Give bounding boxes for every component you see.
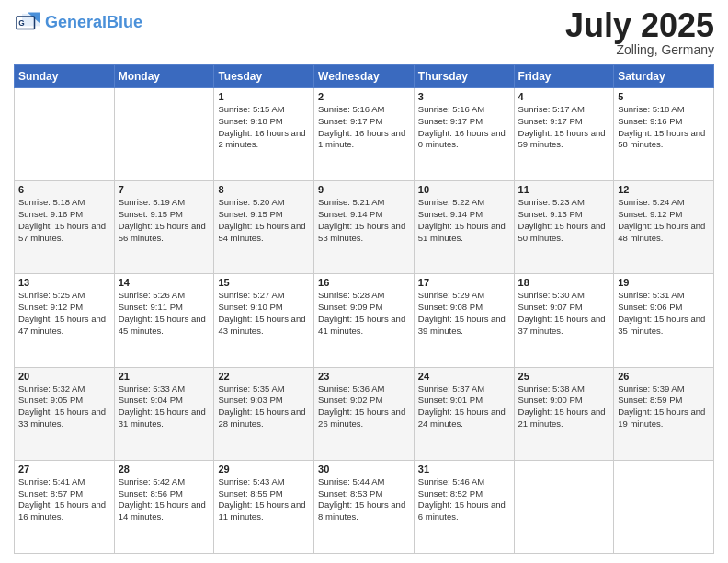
day-number: 5 [618,91,710,102]
cell-details: Sunrise: 5:22 AM Sunset: 9:14 PM Dayligh… [418,197,510,244]
day-number: 22 [218,371,310,382]
table-cell: 24Sunrise: 5:37 AM Sunset: 9:01 PM Dayli… [414,367,514,460]
cell-details: Sunrise: 5:30 AM Sunset: 9:07 PM Dayligh… [518,290,610,337]
cell-details: Sunrise: 5:31 AM Sunset: 9:06 PM Dayligh… [618,290,710,337]
cell-details: Sunrise: 5:32 AM Sunset: 9:05 PM Dayligh… [18,384,110,431]
logo-line1: GeneralBlue [45,14,142,32]
cell-details: Sunrise: 5:15 AM Sunset: 9:18 PM Dayligh… [218,104,310,151]
table-cell: 26Sunrise: 5:39 AM Sunset: 8:59 PM Dayli… [614,367,714,460]
calendar-header-row: Sunday Monday Tuesday Wednesday Thursday… [15,65,714,88]
table-cell: 15Sunrise: 5:27 AM Sunset: 9:10 PM Dayli… [214,274,314,367]
day-number: 19 [618,277,710,288]
table-cell: 16Sunrise: 5:28 AM Sunset: 9:09 PM Dayli… [314,274,415,367]
day-number: 6 [18,184,110,195]
cell-details: Sunrise: 5:28 AM Sunset: 9:09 PM Dayligh… [318,290,410,337]
table-cell [15,88,115,181]
table-cell: 1Sunrise: 5:15 AM Sunset: 9:18 PM Daylig… [214,88,314,181]
cell-details: Sunrise: 5:16 AM Sunset: 9:17 PM Dayligh… [418,104,510,151]
table-cell: 31Sunrise: 5:46 AM Sunset: 8:52 PM Dayli… [414,460,514,553]
table-cell: 11Sunrise: 5:23 AM Sunset: 9:13 PM Dayli… [514,181,614,274]
cell-details: Sunrise: 5:39 AM Sunset: 8:59 PM Dayligh… [618,384,710,431]
table-cell [114,88,214,181]
table-cell: 10Sunrise: 5:22 AM Sunset: 9:14 PM Dayli… [414,181,514,274]
cell-details: Sunrise: 5:46 AM Sunset: 8:52 PM Dayligh… [418,477,510,523]
table-cell: 7Sunrise: 5:19 AM Sunset: 9:15 PM Daylig… [114,181,214,274]
day-number: 23 [318,371,410,382]
day-number: 14 [119,277,210,288]
day-number: 15 [218,277,310,288]
cell-details: Sunrise: 5:25 AM Sunset: 9:12 PM Dayligh… [18,290,110,337]
table-cell: 4Sunrise: 5:17 AM Sunset: 9:17 PM Daylig… [514,88,614,181]
day-number: 10 [418,184,510,195]
logo-text-block: GeneralBlue [45,14,142,32]
calendar-table: Sunday Monday Tuesday Wednesday Thursday… [14,64,714,554]
cell-details: Sunrise: 5:18 AM Sunset: 9:16 PM Dayligh… [618,104,710,151]
day-number: 21 [119,371,210,382]
table-cell: 27Sunrise: 5:41 AM Sunset: 8:57 PM Dayli… [15,460,115,553]
cell-details: Sunrise: 5:41 AM Sunset: 8:57 PM Dayligh… [18,477,110,523]
day-number: 18 [518,277,610,288]
table-cell: 22Sunrise: 5:35 AM Sunset: 9:03 PM Dayli… [214,367,314,460]
table-cell: 14Sunrise: 5:26 AM Sunset: 9:11 PM Dayli… [114,274,214,367]
col-friday: Friday [514,65,614,88]
cell-details: Sunrise: 5:16 AM Sunset: 9:17 PM Dayligh… [318,104,410,151]
cell-details: Sunrise: 5:27 AM Sunset: 9:10 PM Dayligh… [218,290,310,337]
header: G GeneralBlue July 2025 Zolling, Germany [14,9,714,57]
table-cell: 19Sunrise: 5:31 AM Sunset: 9:06 PM Dayli… [614,274,714,367]
cell-details: Sunrise: 5:42 AM Sunset: 8:56 PM Dayligh… [119,477,210,523]
day-number: 30 [318,464,410,475]
day-number: 31 [418,464,510,475]
cell-details: Sunrise: 5:24 AM Sunset: 9:12 PM Dayligh… [618,197,710,244]
day-number: 29 [218,464,310,475]
table-cell: 30Sunrise: 5:44 AM Sunset: 8:53 PM Dayli… [314,460,415,553]
cell-details: Sunrise: 5:33 AM Sunset: 9:04 PM Dayligh… [119,384,210,431]
day-number: 28 [119,464,210,475]
calendar-week-row: 27Sunrise: 5:41 AM Sunset: 8:57 PM Dayli… [15,460,714,553]
cell-details: Sunrise: 5:17 AM Sunset: 9:17 PM Dayligh… [518,104,610,151]
day-number: 26 [618,371,710,382]
title-block: July 2025 Zolling, Germany [565,9,714,57]
table-cell [514,460,614,553]
col-tuesday: Tuesday [214,65,314,88]
col-sunday: Sunday [15,65,115,88]
cell-details: Sunrise: 5:21 AM Sunset: 9:14 PM Dayligh… [318,197,410,244]
table-cell: 12Sunrise: 5:24 AM Sunset: 9:12 PM Dayli… [614,181,714,274]
day-number: 13 [18,277,110,288]
calendar-week-row: 13Sunrise: 5:25 AM Sunset: 9:12 PM Dayli… [15,274,714,367]
table-cell: 3Sunrise: 5:16 AM Sunset: 9:17 PM Daylig… [414,88,514,181]
table-cell: 6Sunrise: 5:18 AM Sunset: 9:16 PM Daylig… [15,181,115,274]
day-number: 3 [418,91,510,102]
day-number: 17 [418,277,510,288]
table-cell: 20Sunrise: 5:32 AM Sunset: 9:05 PM Dayli… [15,367,115,460]
table-cell: 23Sunrise: 5:36 AM Sunset: 9:02 PM Dayli… [314,367,415,460]
location: Zolling, Germany [565,42,714,57]
table-cell [614,460,714,553]
day-number: 9 [318,184,410,195]
table-cell: 13Sunrise: 5:25 AM Sunset: 9:12 PM Dayli… [15,274,115,367]
day-number: 27 [18,464,110,475]
cell-details: Sunrise: 5:44 AM Sunset: 8:53 PM Dayligh… [318,477,410,523]
day-number: 16 [318,277,410,288]
cell-details: Sunrise: 5:18 AM Sunset: 9:16 PM Dayligh… [18,197,110,244]
day-number: 2 [318,91,410,102]
table-cell: 8Sunrise: 5:20 AM Sunset: 9:15 PM Daylig… [214,181,314,274]
table-cell: 28Sunrise: 5:42 AM Sunset: 8:56 PM Dayli… [114,460,214,553]
day-number: 7 [119,184,210,195]
day-number: 4 [518,91,610,102]
calendar-week-row: 6Sunrise: 5:18 AM Sunset: 9:16 PM Daylig… [15,181,714,274]
logo-icon: G [14,9,41,37]
table-cell: 5Sunrise: 5:18 AM Sunset: 9:16 PM Daylig… [614,88,714,181]
col-wednesday: Wednesday [314,65,415,88]
table-cell: 25Sunrise: 5:38 AM Sunset: 9:00 PM Dayli… [514,367,614,460]
logo: G GeneralBlue [14,9,142,37]
col-thursday: Thursday [414,65,514,88]
day-number: 1 [218,91,310,102]
col-monday: Monday [114,65,214,88]
cell-details: Sunrise: 5:19 AM Sunset: 9:15 PM Dayligh… [119,197,210,244]
day-number: 8 [218,184,310,195]
cell-details: Sunrise: 5:36 AM Sunset: 9:02 PM Dayligh… [318,384,410,431]
cell-details: Sunrise: 5:35 AM Sunset: 9:03 PM Dayligh… [218,384,310,431]
calendar-week-row: 20Sunrise: 5:32 AM Sunset: 9:05 PM Dayli… [15,367,714,460]
day-number: 11 [518,184,610,195]
cell-details: Sunrise: 5:43 AM Sunset: 8:55 PM Dayligh… [218,477,310,523]
